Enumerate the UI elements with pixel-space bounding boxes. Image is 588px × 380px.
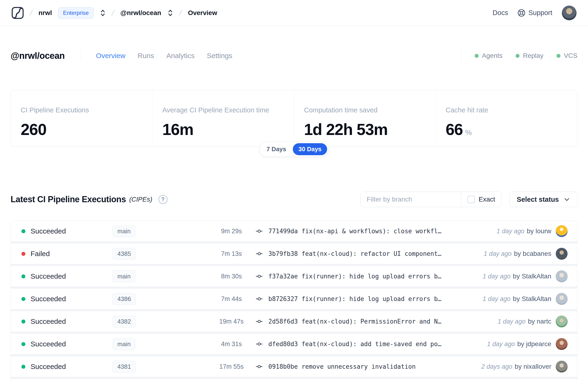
status-label: Failed [31,250,50,258]
branch-badge[interactable]: main [113,338,135,350]
breadcrumb-separator: / [111,8,115,18]
status-dot-icon [21,229,25,233]
stat-value: 260 [21,120,152,138]
commit-message[interactable]: 2d58f6d3 feat(nx-cloud): PermissionError… [268,318,441,325]
table-row[interactable]: Failed 4385 7m 13s 3b79fb38 feat(nx-clou… [11,243,577,264]
commit-message[interactable]: 3b79fb38 feat(nx-cloud): refactor UI com… [268,250,441,257]
status-label: Succeeded [31,318,66,325]
row-divider [11,332,577,334]
tab-analytics[interactable]: Analytics [166,52,194,60]
table-row[interactable]: Succeeded 4382 19m 47s 2d58f6d3 feat(nx-… [11,311,577,332]
duration: 19m 47s [207,318,256,325]
tab-overview[interactable]: Overview [96,52,125,60]
relative-time: 1 day ago [483,273,511,280]
author-avatar [555,270,568,283]
branch-badge[interactable]: 4386 [113,293,136,305]
nx-cloud-logo-icon[interactable] [11,7,24,19]
stat-label: Average CI Pipeline Execution time [162,106,294,114]
partial-next-row [11,379,577,380]
row-divider [11,264,577,266]
stat-cache-hit-rate: Cache hit rate 66% [436,90,577,146]
status-label: Succeeded [31,227,66,235]
table-row[interactable]: Succeeded main 8m 30s f37a32ae fix(runne… [11,266,577,287]
author-avatar [555,225,568,237]
help-icon[interactable]: ? [158,195,168,204]
exact-label: Exact [479,196,495,203]
exact-checkbox[interactable] [467,196,475,203]
current-page-crumb: Overview [188,9,217,17]
author: by nixallover [515,363,551,370]
breadcrumb-separator: / [29,8,33,18]
range-30-days-button[interactable]: 30 Days [293,143,327,155]
author: by bcabanes [514,250,551,257]
status-dot-icon [21,342,25,346]
plan-badge: Enterprise [58,7,94,19]
status-label: Succeeded [31,272,66,280]
stat-value: 66% [446,120,577,138]
branch-badge[interactable]: 4382 [113,316,136,327]
workspace-name[interactable]: @nrwl/ocean [120,9,161,17]
date-range-toggle: 7 Days 30 Days [259,142,329,157]
exact-filter: Exact [461,192,501,207]
range-7-days-button[interactable]: 7 Days [261,143,292,155]
branch-badge[interactable]: 4381 [113,361,136,373]
support-link[interactable]: Support [517,9,552,17]
table-row[interactable]: Succeeded main 9m 29s 771499da fix(nx-ap… [11,221,577,242]
duration: 4m 31s [207,341,256,348]
commit-message[interactable]: 0918b0be remove unnecessary invalidation [268,363,416,370]
author: by jdpearce [517,340,551,347]
branch-badge[interactable]: main [113,270,135,283]
tab-settings[interactable]: Settings [207,52,232,60]
section-title-suffix: (CIPEs) [129,196,152,203]
author-avatar [555,315,568,327]
relative-time: 1 day ago [498,318,526,325]
vcs-status[interactable]: VCS [556,52,577,59]
table-row[interactable]: Succeeded 4381 17m 55s 0918b0be remove u… [11,356,577,377]
status-dot-icon [21,274,25,278]
commit-message[interactable]: dfed80d3 feat(nx-cloud): add time-saved … [268,341,441,347]
status-select-dropdown[interactable]: Select status [510,192,577,207]
relative-time: 1 day ago [484,250,512,257]
divider [81,50,81,62]
org-switcher-chevrons-icon[interactable] [100,9,106,17]
agents-status[interactable]: Agents [475,52,502,59]
table-row[interactable]: Succeeded 4386 7m 44s b8726327 fix(runne… [11,288,577,309]
online-dot-icon [515,54,520,58]
commit-icon [256,363,263,370]
breadcrumb-separator: / [178,8,183,18]
online-dot-icon [475,54,479,58]
docs-link[interactable]: Docs [493,9,508,17]
stats-card-row: CI Pipeline Executions 260 Average CI Pi… [11,90,577,147]
commit-icon [256,295,263,303]
author-avatar [555,361,568,373]
section-title: Latest CI Pipeline Executions [11,194,126,204]
tab-runs[interactable]: Runs [138,52,154,60]
stat-label: Cache hit rate [446,106,577,114]
commit-icon [256,250,263,257]
row-divider [11,309,577,311]
workspace-switcher-chevrons-icon[interactable] [167,9,173,17]
table-row[interactable]: Succeeded main 4m 31s dfed80d3 feat(nx-c… [11,334,577,354]
stat-average-execution-time: Average CI Pipeline Execution time 16m [152,90,294,146]
commit-message[interactable]: 771499da fix(nx-api & workflows): close … [268,228,441,235]
branch-badge[interactable]: 4385 [113,248,136,260]
status-label: Succeeded [31,362,66,371]
cipe-section-header: Latest CI Pipeline Executions (CIPEs) ? … [11,192,577,207]
author-avatar [555,338,568,350]
duration: 7m 13s [207,250,256,258]
status-select-label: Select status [517,196,559,203]
user-avatar[interactable] [562,5,577,20]
online-dot-icon [556,54,560,58]
branch-badge[interactable]: main [113,225,135,237]
row-divider [11,242,577,243]
page-title: @nrwl/ocean [11,51,65,61]
commit-message[interactable]: b8726327 fix(runner): hide log upload er… [268,295,441,303]
branch-filter-group: Exact [360,192,501,207]
replay-status[interactable]: Replay [515,52,543,59]
author: by StalkAltan [513,272,551,280]
status-dot-icon [21,297,25,301]
branch-filter-input[interactable] [360,192,461,207]
commit-message[interactable]: f37a32ae fix(runner): hide log upload er… [268,273,441,280]
relative-time: 2 days ago [481,363,512,370]
org-name[interactable]: nrwl [38,9,52,17]
